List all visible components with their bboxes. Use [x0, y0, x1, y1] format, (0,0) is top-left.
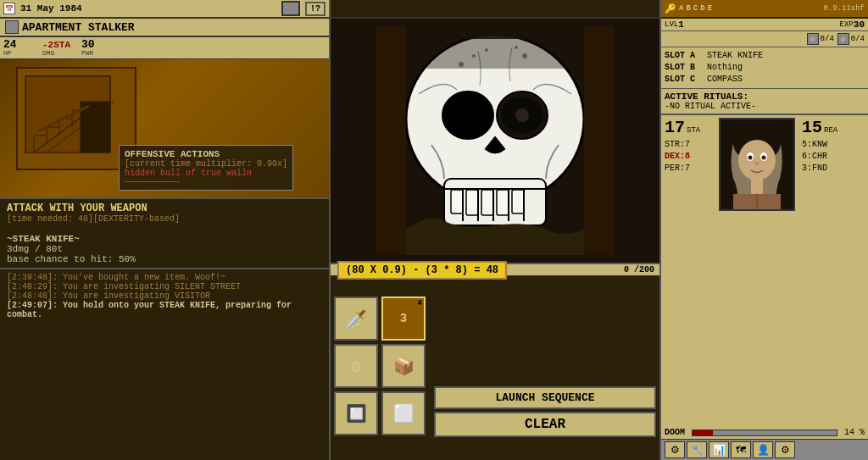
item-slot-5[interactable]: 🔲 — [334, 391, 378, 435]
slot-c-label: SLOT C — [665, 74, 707, 86]
enemy-hp-display: 0 /200 — [624, 265, 654, 274]
icon-btn-5[interactable]: 👤 — [753, 441, 773, 458]
icon-btn-6[interactable]: ⚙ — [775, 441, 795, 458]
item-3-icon: ⚙️ — [351, 356, 361, 377]
doom-label: DOOM — [665, 428, 685, 437]
attack-title: ATTACK WITH YOUR WEAPON — [7, 202, 322, 214]
main-row: APARTMENT STALKER 24 HP -2STA DMG 30 PWR — [0, 19, 868, 460]
item-slot-4[interactable]: 📦 — [381, 344, 426, 388]
chr-value: 6:CHR — [802, 152, 837, 161]
stats-bar: 24 HP -2STA DMG 30 PWR — [0, 37, 329, 59]
currency-display: 0.9.11shf — [823, 4, 865, 13]
center-top-bar — [331, 0, 661, 19]
svg-rect-47 — [751, 179, 763, 196]
key-icon: 🔑 — [665, 3, 676, 14]
weapon-name: ~STEAK KNIFE~ — [7, 234, 322, 244]
char-icon — [5, 20, 19, 34]
sta-value: 17 — [665, 118, 685, 137]
offensive-actions-box: OFFENSIVE ACTIONS [current time multipli… — [119, 145, 293, 191]
char-right-stats: 15 REA 5:KNW 6:CHR 3:FND — [802, 118, 837, 424]
svg-point-45 — [748, 156, 753, 160]
hp-label: HP — [3, 50, 12, 57]
item-2-icon: 3 — [400, 312, 407, 325]
offensive-title: OFFENSIVE ACTIONS — [125, 149, 287, 159]
exp-label: EXP — [840, 20, 854, 29]
item-slot-1[interactable]: 🗡️ — [334, 297, 378, 341]
icon-btn-1[interactable]: ⚙ — [665, 441, 685, 458]
pwr-stat: 30 PWR — [81, 39, 115, 57]
svg-point-42 — [738, 140, 776, 180]
fnd-value: 3:FND — [802, 163, 837, 173]
slot-c-row: SLOT C COMPASS — [665, 74, 865, 86]
svg-rect-23 — [512, 190, 524, 213]
skull-area — [331, 19, 659, 264]
str-value: STR:7 — [665, 140, 715, 149]
scene-background: OFFENSIVE ACTIONS [current time multipli… — [0, 59, 329, 197]
svg-rect-20 — [466, 190, 478, 215]
portrait-svg — [721, 119, 793, 209]
rituals-title: ACTIVE RITUALS: — [665, 91, 865, 102]
svg-point-33 — [515, 108, 529, 122]
inv-icon-2-box: ⚙ — [837, 33, 849, 45]
center-panel: 0 /200 (80 X 0.9) - (3 * 8) = 48 🗡️ 3 — [331, 19, 661, 460]
dex-value: DEX:8 — [665, 152, 715, 161]
slot-b-label: SLOT B — [665, 62, 707, 74]
log-line-4: [2:49:07]: You hold onto your STEAK KNIF… — [7, 301, 322, 319]
sta-display: 17 STA — [665, 118, 715, 137]
offensive-sub: [current time multiplier: 0.90x] — [125, 159, 287, 169]
scene-area: OFFENSIVE ACTIONS [current time multipli… — [0, 59, 329, 199]
log-line-3: [2:48:48]: You are investigating VISITOR — [7, 291, 322, 301]
inv-count-2: 0/4 — [851, 35, 865, 43]
action-area: (80 X 0.9) - (3 * 8) = 48 🗡️ 3 4 ⚙️ — [331, 276, 659, 441]
char-left-stats: 17 STA STR:7 DEX:8 PER:7 — [665, 118, 715, 424]
item-slot-3[interactable]: ⚙️ — [334, 344, 378, 388]
sta-label: STA — [687, 126, 700, 135]
inv-icon-1-box: ⚙ — [807, 33, 819, 45]
pwr-label: PWR — [81, 50, 93, 57]
arrow-indicator: ———————————→ — [125, 178, 287, 186]
item-slot-2[interactable]: 3 4 — [381, 297, 426, 341]
doom-bar: DOOM 14 % — [661, 426, 868, 439]
icon-btn-4[interactable]: 🗺 — [731, 441, 751, 458]
dmg-label: DMG — [42, 50, 54, 57]
log-area: [2:39:48]: You've bought a new item. Woo… — [0, 268, 329, 460]
attack-sub: [time needed: 48][DEXTERITY-based] — [7, 214, 322, 224]
doom-fill — [693, 430, 713, 435]
calendar-icon: 📅 — [3, 3, 15, 14]
item-slot-6[interactable]: ⬜ — [381, 391, 426, 435]
question-button[interactable]: !? — [305, 2, 326, 16]
inv-icon-1: ⚙ 0/4 — [807, 33, 834, 45]
rea-value: 15 — [802, 118, 822, 137]
log-line-2: [2:48:29]: You are investigating SILENT … — [7, 282, 322, 291]
item-1-icon: 🗡️ — [346, 308, 367, 330]
icon-btn-2[interactable]: 🔧 — [687, 441, 707, 458]
doom-value: 14 % — [844, 428, 865, 437]
inventory-section: SLOT A STEAK KNIFE SLOT B Nothing SLOT C… — [661, 47, 868, 89]
weapon-dmg: 3dmg / 80t — [7, 244, 322, 254]
right-panel: LVL 1 EXP 30 ⚙ 0/4 ⚙ 0/4 SLOT A — [661, 19, 868, 460]
game-container: 📅 31 May 1984 !? 🔑 A B C D E 0.9.11shf A… — [0, 0, 868, 460]
right-top-bar: 🔑 A B C D E 0.9.11shf — [661, 0, 868, 17]
launch-button[interactable]: LAUNCH SEQUENCE — [434, 386, 656, 409]
inv-count-1: 0/4 — [821, 35, 834, 43]
exp-value: 30 — [854, 19, 865, 30]
log-line-1: [2:39:48]: You've bought a new item. Woo… — [7, 273, 322, 282]
slot-a-row: SLOT A STEAK KNIFE — [665, 50, 865, 62]
level-row: LVL 1 EXP 30 — [661, 19, 868, 31]
launch-clear-area: LAUNCH SEQUENCE CLEAR — [431, 276, 659, 441]
slot-a-item: STEAK KNIFE — [707, 50, 763, 62]
formula-box: (80 X 0.9) - (3 * 8) = 48 — [337, 261, 507, 280]
icon-btn-3[interactable]: 📊 — [709, 441, 729, 458]
item-6-icon: ⬜ — [393, 403, 415, 424]
character-title: APARTMENT STALKER — [22, 21, 135, 34]
slot-b-row: SLOT B Nothing — [665, 62, 865, 74]
inventory-icons: ⚙ 0/4 ⚙ 0/4 — [661, 31, 868, 47]
svg-rect-19 — [451, 190, 463, 213]
svg-rect-21 — [481, 190, 493, 215]
portrait-thumb — [281, 1, 300, 16]
knw-value: 5:KNW — [802, 140, 837, 149]
inv-icon-2: ⚙ 0/4 — [837, 33, 865, 45]
per-value: PER:7 — [665, 163, 715, 173]
attack-info: ATTACK WITH YOUR WEAPON [time needed: 48… — [0, 199, 329, 268]
clear-button[interactable]: CLEAR — [434, 412, 656, 437]
